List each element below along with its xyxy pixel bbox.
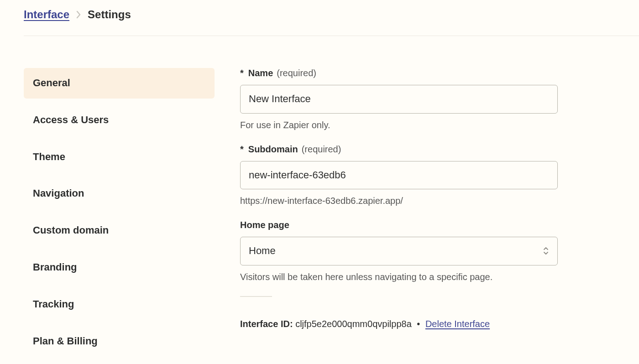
sidebar-item-navigation[interactable]: Navigation [24, 178, 215, 209]
homepage-help-text: Visitors will be taken here unless navig… [240, 272, 612, 282]
section-divider [240, 296, 272, 297]
subdomain-label: Subdomain [248, 144, 298, 155]
name-label: Name [248, 68, 273, 78]
field-homepage: Home page Home Visitors will be taken he… [240, 220, 612, 282]
sidebar-item-custom-domain[interactable]: Custom domain [24, 215, 215, 246]
field-subdomain: * Subdomain (required) https://new-inter… [240, 144, 612, 207]
field-name: * Name (required) For use in Zapier only… [240, 68, 612, 130]
required-star: * [240, 68, 244, 78]
settings-sidebar: General Access & Users Theme Navigation … [24, 68, 215, 363]
chevron-up-down-icon [543, 247, 549, 255]
breadcrumb-current: Settings [88, 8, 131, 21]
homepage-select-value: Home [249, 244, 276, 258]
subdomain-input[interactable] [240, 161, 558, 190]
name-input[interactable] [240, 85, 558, 114]
chevron-right-icon [76, 10, 81, 19]
required-star: * [240, 144, 244, 155]
sidebar-item-theme[interactable]: Theme [24, 142, 215, 172]
subdomain-help-text: https://new-interface-63edb6.zapier.app/ [240, 196, 612, 206]
interface-id-label: Interface ID: [240, 319, 293, 329]
interface-id-value: cljfp5e2e000qmm0qvpilpp8a [295, 319, 412, 329]
subdomain-required-note: (required) [302, 144, 341, 155]
settings-content: * Name (required) For use in Zapier only… [240, 68, 639, 363]
sidebar-item-plan-billing[interactable]: Plan & Billing [24, 326, 215, 357]
breadcrumb: Interface Settings [24, 8, 639, 36]
sidebar-item-tracking[interactable]: Tracking [24, 289, 215, 320]
interface-meta: Interface ID: cljfp5e2e000qmm0qvpilpp8a … [240, 319, 612, 329]
name-required-note: (required) [277, 68, 316, 78]
sidebar-item-general[interactable]: General [24, 68, 215, 99]
bullet-separator: • [417, 319, 420, 329]
homepage-label: Home page [240, 220, 289, 230]
sidebar-item-branding[interactable]: Branding [24, 252, 215, 283]
name-help-text: For use in Zapier only. [240, 120, 612, 130]
breadcrumb-link-interface[interactable]: Interface [24, 8, 69, 21]
delete-interface-link[interactable]: Delete Interface [425, 319, 490, 329]
homepage-select[interactable]: Home [240, 237, 558, 265]
sidebar-item-access-users[interactable]: Access & Users [24, 105, 215, 135]
